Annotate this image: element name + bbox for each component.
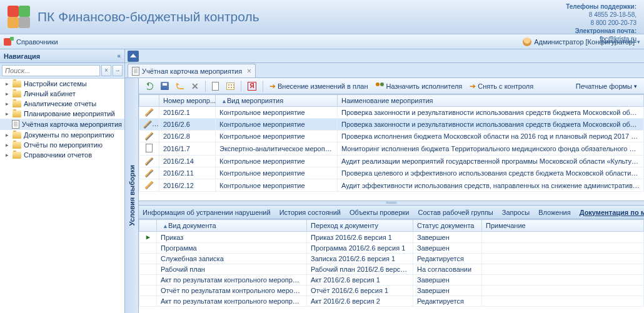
- column-header[interactable]: ▲Вид мероприятия: [216, 95, 338, 107]
- cell-doc-link[interactable]: Рабочий план 2016/2.6 версия 1: [307, 264, 413, 275]
- detail-tab[interactable]: Вложения: [538, 207, 571, 218]
- cell-status: Завершен: [413, 232, 482, 243]
- cell-number: 2016/2.6: [159, 119, 216, 131]
- plan-changes-button[interactable]: ➔ Внесение изменений в план: [266, 80, 371, 92]
- table-row[interactable]: Программа Программа 2016/2.6 версия 1 За…: [139, 243, 644, 254]
- cell-doc-link[interactable]: Акт 2016/2.6 версия 2: [307, 296, 413, 307]
- table-row[interactable]: Акт по результатам контрольного мероприя…: [139, 296, 644, 307]
- detail-tab[interactable]: Запросы: [502, 207, 530, 218]
- nav-search-input[interactable]: [2, 65, 100, 76]
- column-header[interactable]: [139, 220, 157, 232]
- column-header[interactable]: Наименование мероприятия: [338, 95, 644, 107]
- remove-control-button[interactable]: ➔ Снять с контроля: [466, 80, 536, 92]
- nav-item-label: Справочники отчетов: [24, 151, 92, 159]
- table-row[interactable]: 2016/2.14 Контрольное мероприятие Аудит …: [139, 156, 644, 167]
- cell-status: Редактируется: [413, 254, 482, 264]
- content-topbar: [125, 49, 644, 63]
- column-header[interactable]: [139, 95, 159, 107]
- print-forms-button[interactable]: Печатные формы ▾: [573, 80, 640, 92]
- detail-tab[interactable]: История состояний: [279, 207, 341, 218]
- nav-search-go-button[interactable]: →: [113, 65, 123, 76]
- table-button[interactable]: [223, 80, 238, 92]
- dictionaries-icon: [4, 37, 14, 47]
- user-dropdown-icon[interactable]: ▾: [637, 39, 640, 45]
- column-header[interactable]: Примечание: [482, 220, 644, 232]
- yandex-button[interactable]: Я: [244, 80, 259, 92]
- table-row[interactable]: Рабочий план Рабочий план 2016/2.6 верси…: [139, 264, 644, 275]
- table-icon: [226, 82, 234, 90]
- refresh-button[interactable]: [143, 80, 156, 92]
- navigation-panel: Навигация « × → ▸ Настройки системы▸ Лич…: [0, 49, 125, 313]
- nav-item[interactable]: ▸ Настройки системы: [0, 79, 124, 89]
- nav-item[interactable]: ▸ Справочники отчетов: [0, 150, 124, 160]
- save-button[interactable]: [158, 80, 172, 92]
- column-header[interactable]: Номер меропр...: [159, 95, 216, 107]
- nav-item[interactable]: ▸ Отчёты по мероприятию: [0, 140, 124, 150]
- expand-icon[interactable]: ▸: [4, 101, 10, 107]
- detail-grid[interactable]: ▲Вид документаПереход к документуСтатус …: [139, 219, 644, 307]
- expand-icon[interactable]: ▸: [4, 91, 10, 97]
- delete-button[interactable]: ✕: [188, 80, 202, 92]
- cell-doc-link[interactable]: Отчёт 2016/2.6 версия 1: [307, 286, 413, 296]
- table-row[interactable]: 2016/2.12 Контрольное мероприятие Аудит …: [139, 179, 644, 191]
- menu-dictionaries[interactable]: Справочники: [16, 38, 58, 46]
- support-phones-label: Телефоны поддержки:: [566, 2, 636, 11]
- support-phone-1: 8 4855 29-18-58,: [566, 11, 636, 19]
- main-toolbar: ✕ Я ➔ Внесение изменений в план Назначит…: [139, 78, 644, 94]
- table-row[interactable]: ▸ Приказ Приказ 2016/2.6 версия 1 Заверш…: [139, 232, 644, 243]
- cell-note: [482, 286, 644, 296]
- nav-item[interactable]: ▸ Документы по мероприятию: [0, 130, 124, 140]
- undo-button[interactable]: [173, 80, 187, 92]
- nav-search-clear-button[interactable]: ×: [101, 65, 111, 76]
- column-header[interactable]: Статус документа: [413, 220, 482, 232]
- main-grid[interactable]: Номер меропр...▲Вид мероприятияНаименова…: [139, 94, 644, 192]
- table-row[interactable]: Служебная записка Записка 2016/2.6 верси…: [139, 254, 644, 264]
- column-header[interactable]: Переход к документу: [307, 220, 413, 232]
- support-email-link[interactable]: fbc@krista.ru: [600, 36, 636, 42]
- expand-icon[interactable]: ▸: [4, 111, 10, 117]
- detail-tab[interactable]: Информация об устранении нарушений: [143, 207, 271, 218]
- table-row[interactable]: 2016/2.1 Контрольное мероприятие Проверк…: [139, 107, 644, 119]
- table-row[interactable]: Отчёт по результатам контрольного меропр…: [139, 286, 644, 296]
- page-icon: [212, 82, 219, 91]
- nav-item[interactable]: ▸ Личный кабинет: [0, 89, 124, 99]
- cell-doc-link[interactable]: Записка 2016/2.6 версия 1: [307, 254, 413, 264]
- nav-item[interactable]: ▸ Планирование мероприятий: [0, 109, 124, 119]
- arrow-right-icon: ➔: [269, 82, 276, 91]
- table-row[interactable]: ▸ 2016/2.6 Контрольное мероприятие Прове…: [139, 119, 644, 131]
- expand-icon[interactable]: ▸: [4, 142, 10, 148]
- expand-icon[interactable]: ▸: [4, 152, 10, 158]
- assign-executor-button[interactable]: Назначить исполнителя: [373, 80, 466, 92]
- home-button[interactable]: [128, 51, 139, 62]
- workspace: Условия выборки ✕ Я ➔ Вн: [125, 78, 644, 313]
- tab-card[interactable]: Учётная карточка мероприятия ×: [128, 64, 256, 77]
- table-row[interactable]: Акт по результатам контрольного мероприя…: [139, 275, 644, 286]
- cell-note: [482, 264, 644, 275]
- tab-close-button[interactable]: ×: [247, 67, 251, 76]
- grid-splitter[interactable]: ═══: [139, 201, 644, 206]
- table-row[interactable]: 2016/1.7 Экспертно-аналитическое меропри…: [139, 142, 644, 156]
- detail-tab[interactable]: Документация по мероприятию: [580, 207, 644, 218]
- table-row[interactable]: 2016/2.8 Контрольное мероприятие Проверк…: [139, 131, 644, 142]
- cell-doc-link[interactable]: Акт 2016/2.6 версия 1: [307, 275, 413, 286]
- cell-doc-link[interactable]: Программа 2016/2.6 версия 1: [307, 243, 413, 254]
- nav-search-row: × →: [0, 63, 124, 79]
- table-row[interactable]: 2016/2.11 Контрольное мероприятие Провер…: [139, 167, 644, 179]
- main-grid-wrap: Номер меропр...▲Вид мероприятияНаименова…: [139, 94, 644, 201]
- expand-icon[interactable]: ▸: [4, 132, 10, 138]
- cell-number: 2016/2.11: [159, 167, 216, 179]
- page-button[interactable]: [209, 80, 222, 92]
- nav-item[interactable]: Учётная карточка мероприятия: [0, 119, 124, 130]
- expand-icon[interactable]: ▸: [4, 81, 10, 87]
- detail-tab[interactable]: Состав рабочей группы: [418, 207, 493, 218]
- folder-icon: [13, 91, 21, 97]
- filter-side-tab[interactable]: Условия выборки: [125, 78, 139, 313]
- cell-status: Завершен: [413, 286, 482, 296]
- filter-side-tab-label: Условия выборки: [128, 161, 136, 230]
- cell-doc-link[interactable]: Приказ 2016/2.6 версия 1: [307, 232, 413, 243]
- nav-item[interactable]: ▸ Аналитические отчеты: [0, 99, 124, 109]
- navigation-title: Навигация: [4, 52, 40, 60]
- collapse-nav-button[interactable]: «: [117, 52, 121, 59]
- detail-tab[interactable]: Объекты проверки: [350, 207, 410, 218]
- column-header[interactable]: ▲Вид документа: [157, 220, 307, 232]
